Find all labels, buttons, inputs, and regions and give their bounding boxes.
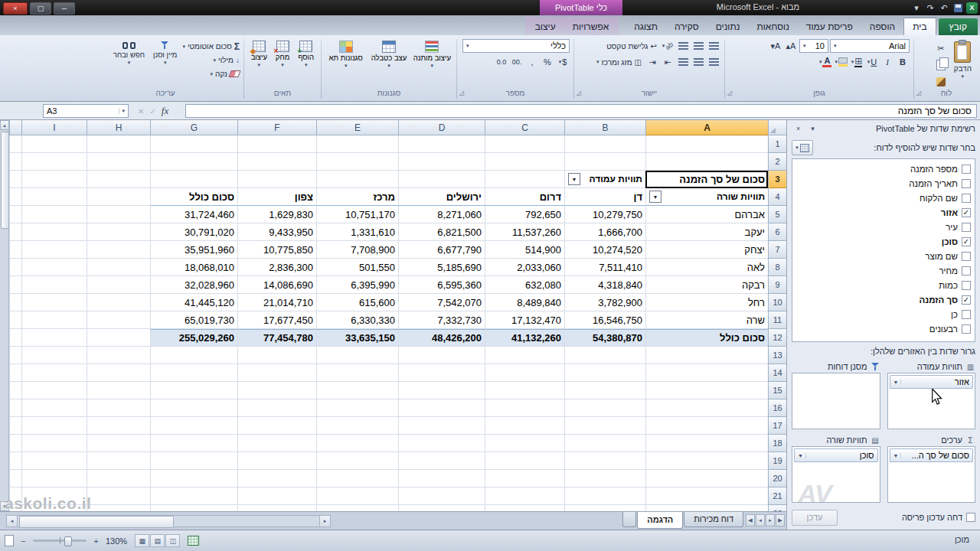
field-item-10[interactable]: ✓סך הזמנה — [794, 292, 973, 307]
row-header-20[interactable]: 20 — [768, 470, 786, 487]
field-item-3[interactable]: שם הלקוח — [794, 191, 973, 205]
cell-G15[interactable] — [150, 382, 237, 399]
redo-icon[interactable]: ↷ — [925, 2, 936, 14]
cell-D10[interactable]: 7,542,070 — [398, 294, 485, 311]
cell-C4[interactable]: דרום — [485, 188, 564, 206]
cell-D7[interactable]: 6,677,790 — [398, 241, 485, 259]
row-header-14[interactable]: 14 — [768, 364, 786, 382]
cell-partial-4[interactable] — [9, 188, 21, 206]
increase-decimal-button[interactable]: .00 — [510, 55, 524, 69]
cell-I7[interactable] — [21, 241, 87, 259]
align-top-button[interactable] — [707, 39, 720, 53]
cell-A5[interactable]: אברהם — [645, 206, 768, 223]
decrease-indent-button[interactable]: ⇤ — [661, 55, 675, 69]
font-dialog-launcher[interactable]: ◿ — [727, 90, 732, 96]
name-box[interactable]: A3 ▾ — [43, 104, 129, 118]
field-checkbox-2[interactable] — [962, 179, 971, 188]
macro-record-icon[interactable] — [188, 536, 199, 546]
cell-H13[interactable] — [87, 347, 150, 364]
row-header-21[interactable]: 21 — [768, 487, 786, 505]
paste-button[interactable]: הדבק ▾ — [951, 39, 975, 89]
last-sheet-icon[interactable]: ▶ — [776, 514, 785, 527]
field-item-8[interactable]: מחיר — [794, 263, 973, 278]
cell-E4[interactable]: מרכז — [316, 188, 398, 206]
column-header-I[interactable]: I — [21, 120, 87, 135]
decrease-decimal-button[interactable]: 0.0 — [495, 55, 508, 69]
cell-partial-2[interactable] — [9, 153, 21, 171]
cell-A20[interactable] — [645, 470, 768, 487]
cell-B6[interactable]: 1,666,700 — [564, 223, 645, 241]
column-header-E[interactable]: E — [316, 120, 398, 135]
cell-G6[interactable]: 30,791,020 — [150, 223, 237, 241]
cell-D1[interactable] — [398, 135, 485, 153]
cell-I16[interactable] — [21, 399, 87, 417]
cell-H17[interactable] — [87, 417, 150, 435]
cell-F7[interactable]: 10,775,850 — [237, 241, 316, 259]
align-middle-button[interactable] — [691, 39, 705, 53]
cell-D12[interactable]: 48,426,200 — [398, 329, 485, 347]
cell-B14[interactable] — [564, 364, 645, 382]
field-item-5[interactable]: עיר — [794, 220, 973, 234]
cell-B11[interactable]: 16,546,750 — [564, 311, 645, 329]
cell-partial-16[interactable] — [9, 399, 21, 417]
font-name-select[interactable]: Arial▾ — [830, 39, 910, 53]
cell-E22[interactable] — [316, 505, 398, 511]
cell-H14[interactable] — [87, 364, 150, 382]
number-format-select[interactable]: כללי▾ — [462, 39, 570, 53]
row-header-10[interactable]: 10 — [768, 294, 786, 311]
cell-H20[interactable] — [87, 470, 150, 487]
panel-close-icon[interactable]: × — [792, 122, 805, 135]
cell-E18[interactable] — [316, 435, 398, 452]
tab-1[interactable]: בית — [903, 18, 936, 35]
tab-file[interactable]: קובץ — [939, 18, 978, 35]
cell-A12[interactable]: סכום כולל — [645, 329, 768, 347]
field-checkbox-11[interactable] — [962, 310, 971, 319]
cell-C15[interactable] — [485, 382, 564, 399]
field-checkbox-6[interactable]: ✓ — [962, 237, 971, 246]
cell-F9[interactable]: 14,086,690 — [237, 276, 316, 294]
tab-2[interactable]: הוספה — [861, 19, 903, 35]
next-sheet-icon[interactable]: ▸ — [766, 514, 775, 527]
cell-A21[interactable] — [645, 487, 768, 505]
cell-H21[interactable] — [87, 487, 150, 505]
alignment-dialog-launcher[interactable]: ◿ — [577, 90, 581, 96]
cell-D21[interactable] — [398, 487, 485, 505]
column-header-partial[interactable] — [9, 120, 21, 135]
merge-center-button[interactable]: ◫מזג ומרכז▾ — [594, 55, 644, 69]
cell-E16[interactable] — [316, 399, 398, 417]
cell-partial-20[interactable] — [9, 470, 21, 487]
font-color-button[interactable]: A▾ — [818, 55, 833, 69]
cell-D6[interactable]: 6,821,500 — [398, 223, 485, 241]
cell-I2[interactable] — [21, 153, 87, 171]
name-box-dropdown-icon[interactable]: ▾ — [119, 108, 125, 114]
cell-A13[interactable] — [645, 347, 768, 364]
cell-E12[interactable]: 33,635,150 — [316, 329, 398, 347]
page-break-view-icon[interactable]: ◫ — [165, 534, 180, 547]
field-item-9[interactable]: כמות — [794, 278, 973, 292]
cell-G9[interactable]: 32,028,960 — [150, 276, 237, 294]
cell-H7[interactable] — [87, 241, 150, 259]
field-checkbox-3[interactable] — [962, 194, 971, 203]
cell-H1[interactable] — [87, 135, 150, 153]
row-header-15[interactable]: 15 — [768, 382, 786, 399]
cell-F19[interactable] — [237, 452, 316, 470]
cell-F13[interactable] — [237, 347, 316, 364]
copy-button[interactable] — [934, 58, 948, 72]
cell-partial-6[interactable] — [9, 223, 21, 241]
row-header-8[interactable]: 8 — [768, 259, 786, 276]
cell-A17[interactable] — [645, 417, 768, 435]
format-painter-button[interactable] — [934, 75, 948, 89]
cell-E2[interactable] — [316, 153, 398, 171]
insert-sheet-tab[interactable] — [622, 512, 636, 527]
zoom-slider-thumb[interactable] — [64, 536, 72, 546]
cell-F15[interactable] — [237, 382, 316, 399]
field-item-7[interactable]: שם מוצר — [794, 249, 973, 263]
cell-G10[interactable]: 41,445,120 — [150, 294, 237, 311]
cell-E19[interactable] — [316, 452, 398, 470]
cell-H12[interactable] — [87, 329, 150, 347]
area-field-values-1[interactable]: סכום של סך ה...▼ — [890, 448, 974, 462]
zoom-in-icon[interactable]: + — [91, 536, 101, 546]
column-header-B[interactable]: B — [564, 120, 645, 135]
field-checkbox-10[interactable]: ✓ — [962, 295, 971, 305]
cell-E21[interactable] — [316, 487, 398, 505]
